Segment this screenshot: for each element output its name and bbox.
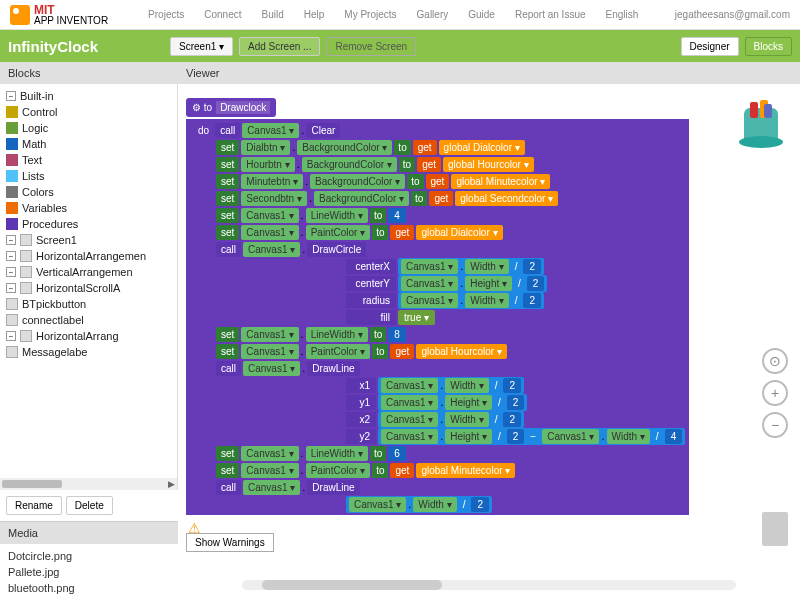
nav-myprojects[interactable]: My Projects	[344, 9, 396, 20]
cat-lists[interactable]: Lists	[0, 168, 177, 184]
canvas-hscroll[interactable]	[242, 580, 736, 590]
sidebar: Blocks −Built-in Control Logic Math Text…	[0, 62, 178, 600]
screen-node[interactable]: −Screen1	[0, 232, 177, 248]
zoom-controls: ⊙ + −	[762, 348, 788, 438]
svg-rect-3	[764, 104, 772, 118]
collapse-icon[interactable]: −	[6, 91, 16, 101]
screen-dropdown[interactable]: Screen1 ▾	[170, 37, 233, 56]
media-panel-header: Media	[0, 521, 178, 544]
cat-procedures[interactable]: Procedures	[0, 216, 177, 232]
logo[interactable]: MITAPP INVENTOR	[10, 4, 108, 26]
zoom-out-button[interactable]: −	[762, 412, 788, 438]
cat-text[interactable]: Text	[0, 152, 177, 168]
tree-item[interactable]: connectlabel	[0, 312, 177, 328]
trash-icon[interactable]	[762, 512, 788, 546]
blocks-tree: −Built-in Control Logic Math Text Lists …	[0, 84, 178, 490]
media-file[interactable]: Pallete.jpg	[8, 564, 170, 580]
tree-item[interactable]: −HorizontalArrang	[0, 328, 177, 344]
main-area: Blocks −Built-in Control Logic Math Text…	[0, 62, 800, 600]
tree-item[interactable]: Messagelabe	[0, 344, 177, 360]
rename-button[interactable]: Rename	[6, 496, 62, 515]
nav-menu: Projects Connect Build Help My Projects …	[148, 9, 675, 20]
builtin-node[interactable]: −Built-in	[0, 88, 177, 104]
procedure-block[interactable]: ⚙ to Drawclock	[186, 98, 276, 117]
remove-screen-button[interactable]: Remove Screen	[326, 37, 416, 56]
logo-icon	[10, 5, 30, 25]
collapse-icon[interactable]: −	[6, 235, 16, 245]
tree-item[interactable]: −VerticalArrangemen	[0, 264, 177, 280]
tree-item[interactable]: −HorizontalArrangemen	[0, 248, 177, 264]
svg-rect-1	[750, 102, 758, 118]
component-buttons: Rename Delete	[0, 490, 178, 521]
blocks-canvas[interactable]: ⚙ to Drawclock docallCanvas1 ▾.Clear set…	[182, 88, 796, 596]
svg-point-4	[739, 136, 783, 148]
add-screen-button[interactable]: Add Screen ...	[239, 37, 320, 56]
tree-item[interactable]: −HorizontalScrollA	[0, 280, 177, 296]
cat-colors[interactable]: Colors	[0, 184, 177, 200]
viewer-panel: Viewer ⚙ to Drawclock docallCanvas1 ▾.Cl…	[178, 62, 800, 600]
media-file[interactable]: bluetooth.png	[8, 580, 170, 596]
nav-gallery[interactable]: Gallery	[417, 9, 449, 20]
blocks-button[interactable]: Blocks	[745, 37, 792, 56]
logo-text: MITAPP INVENTOR	[34, 4, 108, 26]
cat-control[interactable]: Control	[0, 104, 177, 120]
cat-variables[interactable]: Variables	[0, 200, 177, 216]
backpack-icon[interactable]	[734, 96, 788, 150]
designer-button[interactable]: Designer	[681, 37, 739, 56]
sidebar-hscroll[interactable]: ▶	[0, 478, 177, 490]
tree-item[interactable]: BTpickbutton	[0, 296, 177, 312]
nav-english[interactable]: English	[606, 9, 639, 20]
cat-logic[interactable]: Logic	[0, 120, 177, 136]
nav-connect[interactable]: Connect	[204, 9, 241, 20]
project-title: InfinityClock	[8, 38, 98, 55]
zoom-in-button[interactable]: +	[762, 380, 788, 406]
project-bar: InfinityClock Screen1 ▾ Add Screen ... R…	[0, 30, 800, 62]
media-file[interactable]: Dotcircle.png	[8, 548, 170, 564]
delete-button[interactable]: Delete	[66, 496, 113, 515]
nav-guide[interactable]: Guide	[468, 9, 495, 20]
nav-report[interactable]: Report an Issue	[515, 9, 586, 20]
nav-projects[interactable]: Projects	[148, 9, 184, 20]
center-button[interactable]: ⊙	[762, 348, 788, 374]
show-warnings-button[interactable]: Show Warnings	[186, 533, 274, 552]
nav-help[interactable]: Help	[304, 9, 325, 20]
app-header: MITAPP INVENTOR Projects Connect Build H…	[0, 0, 800, 30]
workspace[interactable]: ⚙ to Drawclock docallCanvas1 ▾.Clear set…	[186, 98, 689, 515]
nav-build[interactable]: Build	[261, 9, 283, 20]
blocks-panel-header: Blocks	[0, 62, 178, 84]
cat-math[interactable]: Math	[0, 136, 177, 152]
media-list: Dotcircle.png Pallete.jpg bluetooth.png	[0, 544, 178, 600]
user-email[interactable]: jegatheesans@gmail.com	[675, 9, 790, 20]
viewer-header: Viewer	[178, 62, 800, 84]
